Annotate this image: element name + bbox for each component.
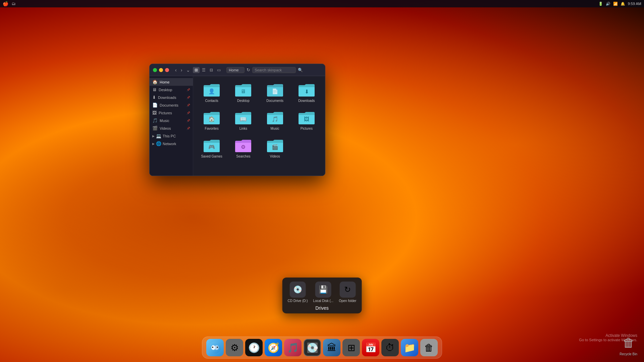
forward-button[interactable]: › <box>179 67 184 73</box>
minimize-button[interactable] <box>159 68 163 72</box>
sidebar-videos-label: Videos <box>160 126 171 130</box>
finder-dock-icon <box>206 339 224 356</box>
dock-launchpad[interactable]: ⊞ <box>342 339 360 356</box>
sidebar: 🏠 Home 🖥 Desktop ⬇ Downloads 📄 Documents… <box>150 76 193 176</box>
svg-point-15 <box>217 347 218 348</box>
open-folder-label: Open folder <box>339 299 356 303</box>
svg-point-14 <box>212 347 213 348</box>
folder-desktop[interactable]: 🖥 Desktop <box>229 80 258 105</box>
network-arrow-icon: ▶ <box>152 142 155 145</box>
dock-trash[interactable]: 🗑 <box>420 339 438 356</box>
recycle-bin-icon: 🗑 <box>621 335 637 351</box>
folder-saved-games[interactable]: 🎮 Saved Games <box>197 136 226 161</box>
sidebar-item-pictures[interactable]: 🖼 Pictures <box>150 109 193 117</box>
search-input[interactable] <box>252 67 296 73</box>
folder-contacts-label: Contacts <box>205 99 218 103</box>
folder-links[interactable]: 📖 Links <box>229 108 258 133</box>
desktop-sidebar-icon: 🖥 <box>152 87 157 92</box>
dock-clock[interactable]: 🕐 <box>245 339 263 356</box>
apple-icon[interactable]: 🍎 <box>3 1 8 6</box>
time-machine-dock-icon: ⏱ <box>381 339 399 356</box>
documents-sidebar-icon: 📄 <box>152 103 158 108</box>
sidebar-documents-label: Documents <box>160 103 178 107</box>
folder-downloads[interactable]: ⬇ Downloads <box>292 80 321 105</box>
this-pc-sidebar-icon: 💻 <box>156 133 161 138</box>
dock-finder[interactable] <box>206 339 224 356</box>
window-titlebar: ‹ › ⌄ ⊞ ☰ ⊟ ▭ Home ↻ 🔍 <box>150 64 325 76</box>
list-view-button[interactable]: ☰ <box>200 67 207 73</box>
sidebar-expand-network[interactable]: ▶ 🌐 Network <box>150 140 193 147</box>
folder-downloads-label: Downloads <box>298 99 315 103</box>
dock-files[interactable]: 📁 <box>401 339 418 356</box>
sidebar-item-videos[interactable]: 🎬 Videos <box>150 124 193 132</box>
folder-favorites-label: Favorites <box>205 127 219 130</box>
maximize-button[interactable] <box>153 68 157 72</box>
this-pc-arrow-icon: ▶ <box>152 134 155 138</box>
main-content: 👤 Contacts 🖥 Desktop <box>193 76 325 176</box>
sidebar-item-downloads[interactable]: ⬇ Downloads <box>150 94 193 101</box>
drive-local-disk[interactable]: 💾 Local Disk (... <box>313 282 334 303</box>
folder-favorites[interactable]: 🏠 Favorites <box>197 108 226 133</box>
dock-settings[interactable]: ⚙ <box>226 339 243 356</box>
history-button[interactable]: ⌄ <box>185 67 192 73</box>
refresh-button[interactable]: ↻ <box>247 67 250 72</box>
sidebar-item-home[interactable]: 🏠 Home <box>150 78 193 86</box>
drive-open-folder[interactable]: ↻ Open folder <box>339 282 356 303</box>
folder-documents[interactable]: 📄 Documents <box>261 80 289 105</box>
view-icons: ⊞ ☰ ⊟ ▭ <box>193 67 222 73</box>
folder-desktop-label: Desktop <box>237 99 250 103</box>
back-button[interactable]: ‹ <box>174 67 178 73</box>
svg-text:👤: 👤 <box>208 88 215 95</box>
music-sidebar-icon: 🎵 <box>152 118 158 123</box>
sidebar-item-music[interactable]: 🎵 Music <box>150 117 193 124</box>
sidebar-music-label: Music <box>160 119 169 123</box>
dock-library[interactable]: 🏛 <box>323 339 340 356</box>
notification-icon: 🔔 <box>621 2 625 6</box>
svg-point-13 <box>215 345 219 350</box>
music-dock-icon: 🎵 <box>284 339 302 356</box>
svg-text:🎵: 🎵 <box>272 116 278 122</box>
drive-app-dock-icon: 💽 <box>304 339 321 356</box>
grid-view-button[interactable]: ⊞ <box>193 67 200 73</box>
folder-videos[interactable]: 🎬 Videos <box>261 136 289 161</box>
dock-calendar[interactable]: 📅 <box>362 339 379 356</box>
drive-cd[interactable]: 💿 CD Drive (D:) <box>288 282 308 303</box>
drives-title: Drives <box>288 305 357 311</box>
folder-links-label: Links <box>239 127 247 130</box>
sidebar-item-desktop[interactable]: 🖥 Desktop <box>150 86 193 94</box>
volume-icon: 🔊 <box>606 2 610 6</box>
network-sidebar-icon: 🌐 <box>156 141 161 146</box>
folder-pictures[interactable]: 🖼 Pictures <box>292 108 321 133</box>
sidebar-network-label: Network <box>163 142 176 146</box>
trash-dock-icon: 🗑 <box>420 339 438 356</box>
address-dropdown[interactable]: Home <box>226 67 245 73</box>
cd-drive-icon: 💿 <box>290 282 306 298</box>
preview-view-button[interactable]: ▭ <box>215 67 222 73</box>
folder-music-label: Music <box>271 127 279 130</box>
svg-text:🖼: 🖼 <box>304 116 309 122</box>
folder-music[interactable]: 🎵 Music <box>261 108 289 133</box>
folder-grid: 👤 Contacts 🖥 Desktop <box>197 80 321 161</box>
dock-drive-app[interactable]: 💽 <box>304 339 321 356</box>
downloads-sidebar-icon: ⬇ <box>152 95 156 100</box>
finder-topbar-icon[interactable]: 🗂 <box>12 1 16 6</box>
dock-music[interactable]: 🎵 <box>284 339 302 356</box>
dock-time-machine[interactable]: ⏱ <box>381 339 399 356</box>
sidebar-item-documents[interactable]: 📄 Documents <box>150 101 193 109</box>
sidebar-expand-this-pc[interactable]: ▶ 💻 This PC <box>150 132 193 140</box>
dock-safari[interactable]: 🧭 <box>265 339 282 356</box>
close-button[interactable] <box>165 68 169 72</box>
detail-view-button[interactable]: ⊟ <box>208 67 215 73</box>
folder-contacts[interactable]: 👤 Contacts <box>197 80 226 105</box>
recycle-bin[interactable]: 🗑 Recycle Bin <box>620 335 637 356</box>
wifi-icon: 📶 <box>613 2 618 6</box>
safari-dock-icon: 🧭 <box>265 339 282 356</box>
folder-searches[interactable]: ⚙ Searches <box>229 136 258 161</box>
sidebar-desktop-label: Desktop <box>159 88 172 92</box>
sidebar-home-label: Home <box>160 80 169 84</box>
search-icon: 🔍 <box>298 68 303 72</box>
sidebar-this-pc-label: This PC <box>163 134 176 138</box>
svg-text:📖: 📖 <box>240 116 247 122</box>
clock-display: 9:59 AM <box>628 2 641 6</box>
svg-text:🎬: 🎬 <box>272 144 278 150</box>
